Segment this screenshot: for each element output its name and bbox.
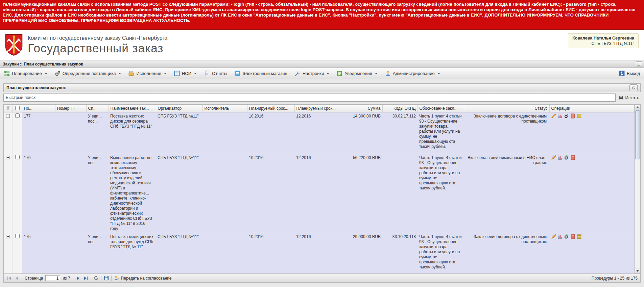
planning-icon [4,71,10,76]
menu-label: Планирование [12,71,42,76]
edit-icon[interactable] [551,234,556,239]
col-header-number[interactable]: Но... [22,105,55,112]
table-row[interactable]: 177 У еди... пос... Поставка жестких дис… [4,112,635,154]
current-user-box[interactable]: Ковалева Наталья Сергеевна СПБ ГБУЗ "ПТД… [568,33,639,48]
menu-item-planning[interactable]: Планирование [4,71,47,76]
cell-term-start: 10.2016 [247,112,294,154]
app-titles: Комитет по государственному заказу Санкт… [28,35,167,55]
cell-justification: Часть 1 пункт 4 статьи 93 - Осуществлени… [418,154,465,233]
gears-icon [55,71,61,76]
menu-label: Администрирование [393,71,435,76]
edit-icon[interactable] [551,155,556,160]
menu-item-administration[interactable]: Администрирование [385,71,440,76]
col-header-pg-number[interactable]: Номер ПГ [55,105,86,112]
col-header-organizer[interactable]: Организатор [156,105,202,112]
page-number-input[interactable] [45,275,60,281]
stats-icon[interactable] [557,155,563,160]
announcement-banner: телекоммуникационным каналам связи с исп… [0,0,644,30]
menu-item-settings[interactable]: Настройки [295,71,330,76]
col-header-term-end[interactable]: Планируемый срок... [294,105,336,112]
refresh-icon[interactable] [94,276,99,281]
menu-item-nsi[interactable]: НСИ [174,71,197,76]
menu-item-execution[interactable]: Исполнение [128,71,167,76]
scroll-up-button[interactable] [635,105,640,110]
search-button[interactable]: Искать [618,95,641,100]
expand-row-icon[interactable] [6,235,10,238]
process-gear-icon[interactable] [564,234,569,239]
select-all-checkbox[interactable] [15,106,20,110]
scroll-down-button[interactable] [635,268,640,273]
edit-icon[interactable] [551,113,556,119]
next-page-button[interactable] [75,276,81,281]
col-header-sum[interactable]: Сумма [336,105,382,112]
search-input[interactable] [3,94,616,102]
cell-name: Выполнение работ по комплексному техниче… [109,154,156,233]
col-header-status[interactable]: Статус [465,105,549,112]
cell-term-start: 10.2016 [247,154,294,233]
stats-icon[interactable] [557,113,563,119]
cell-status: Заключение договора с единственным поста… [465,112,549,154]
contract-seal-icon[interactable] [577,113,582,119]
expand-row-icon[interactable] [6,156,10,159]
row-checkbox[interactable] [15,155,20,159]
cell-term-end: 12.2016 [294,154,336,233]
contract-seal-icon[interactable] [577,234,582,239]
cell-number: 176 [22,154,55,233]
cell-pg-number [55,233,86,274]
submit-for-approval-button[interactable]: Передать на согласование [114,276,172,281]
menu-item-reports[interactable]: Отчеты [204,71,227,76]
binoculars-icon [618,95,624,100]
process-gear-icon[interactable] [564,113,569,119]
first-page-button[interactable] [6,276,12,281]
table-row[interactable]: 175 У еди... пос... Поставка медицинских… [4,233,635,274]
col-header-operations: Операции [549,105,635,112]
col-header-executor[interactable]: Исполнитель [202,105,247,112]
vertical-scrollbar[interactable] [635,104,641,274]
last-page-button[interactable] [83,276,89,281]
page-count-label: из 7 [63,276,70,281]
menu-label: Уведомления [344,71,372,76]
red-book-icon[interactable] [570,113,575,119]
red-book-icon[interactable] [570,155,575,160]
cell-executor [202,112,247,154]
expand-row-icon[interactable] [6,114,10,118]
prev-page-button[interactable] [14,276,20,281]
process-gear-icon[interactable] [564,155,569,160]
cell-operations [549,154,635,233]
col-header-justification[interactable]: Обоснование закл... [418,105,465,112]
divider [101,276,101,281]
cell-number: 177 [22,112,55,154]
quick-search-row: Искать [3,94,641,102]
table-row[interactable]: 176 У еди... пос... Выполнение работ по … [4,154,635,233]
exit-button[interactable]: Выход [619,71,640,76]
red-book-icon[interactable] [570,234,575,239]
page-title: План осуществления закупок [6,85,66,90]
notepad-icon [337,71,342,76]
stats-icon[interactable] [557,234,563,239]
menu-item-eshop[interactable]: Электронный магазин [235,71,287,76]
scrollbar-thumb[interactable] [635,110,640,159]
cell-organizer: СПБ ГБУЗ "ПТД №11" [156,233,202,274]
cell-pg-number [55,112,86,154]
menu-item-supplier-determination[interactable]: Определение поставщика [55,71,121,76]
exit-icon [619,71,625,76]
cell-sum: 14 300,00 RUB [336,112,382,154]
col-header-method[interactable]: Сп... [86,105,109,112]
divider [91,276,91,281]
menu-label: НСИ [182,71,191,76]
report-icon [204,71,210,76]
procurement-grid: Но... Номер ПГ Сп... Наименование зак...… [3,104,641,274]
menu-item-notifications[interactable]: Уведомления [337,71,377,76]
save-icon[interactable] [104,276,109,281]
cell-justification: Часть 1 пункт 4 статьи 93 - Осуществлени… [418,112,465,154]
col-header-okpd[interactable]: Коды ОКПД [382,105,418,112]
menu-label: Исполнение [136,71,161,76]
grid-viewport: Но... Номер ПГ Сп... Наименование зак...… [3,104,635,274]
col-header-name[interactable]: Наименование зак... [109,105,156,112]
row-checkbox[interactable] [15,113,20,118]
row-checkbox[interactable] [15,234,20,238]
panel-refresh-button[interactable] [629,84,638,91]
filter-funnel-icon[interactable] [6,105,10,110]
collapse-panel-button[interactable] [636,61,642,67]
col-header-term-start[interactable]: Планируемый срок... [247,105,294,112]
